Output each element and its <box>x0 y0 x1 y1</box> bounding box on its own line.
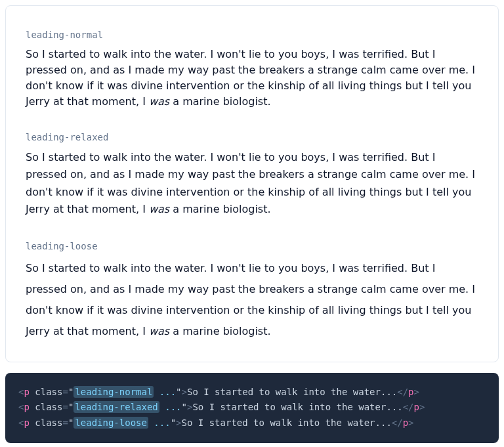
class-label: leading-loose <box>26 241 478 251</box>
class-label: leading-normal <box>26 30 478 40</box>
code-panel: <p class="leading-normal ...">So I start… <box>5 373 499 443</box>
class-label: leading-relaxed <box>26 132 478 142</box>
sample-text-em: was <box>149 95 169 108</box>
code-line: <p class="leading-relaxed ...">So I star… <box>18 400 486 415</box>
code-line: <p class="leading-loose ...">So I starte… <box>18 415 486 431</box>
sample-paragraph: So I started to walk into the water. I w… <box>26 149 478 219</box>
sample-text-suffix: a marine biologist. <box>169 95 270 108</box>
sample-paragraph: So I started to walk into the water. I w… <box>26 258 478 342</box>
sample-text-suffix: a marine biologist. <box>169 325 270 337</box>
sample-text-suffix: a marine biologist. <box>169 203 270 215</box>
sample-text-em: was <box>149 203 169 215</box>
preview-panel: leading-normal So I started to walk into… <box>5 5 499 362</box>
example-block: leading-loose So I started to walk into … <box>26 241 478 342</box>
sample-paragraph: So I started to walk into the water. I w… <box>26 47 478 110</box>
code-line: <p class="leading-normal ...">So I start… <box>18 385 486 400</box>
example-block: leading-normal So I started to walk into… <box>26 30 478 110</box>
example-block: leading-relaxed So I started to walk int… <box>26 132 478 219</box>
sample-text-em: was <box>149 325 169 337</box>
